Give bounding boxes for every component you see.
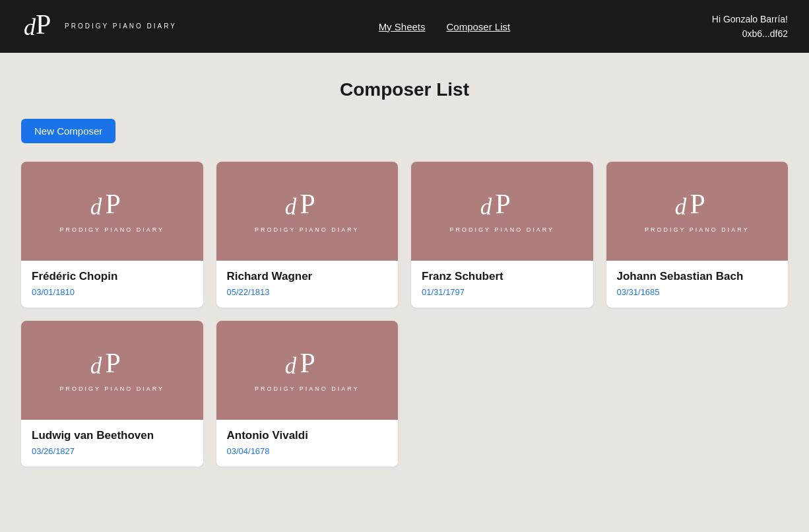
- card-info: Franz Schubert 01/31/1797: [411, 261, 593, 308]
- brand-name: PRODIGY PIANO DIARY: [65, 22, 177, 31]
- page-title: Composer List: [21, 79, 788, 100]
- composer-name: Ludwig van Beethoven: [32, 429, 193, 442]
- card-info: Richard Wagner 05/22/1813: [216, 261, 399, 308]
- card-image-label: PRODIGY PIANO DIARY: [449, 226, 554, 233]
- card-logo-icon: d P: [284, 349, 330, 382]
- card-image: d P PRODIGY PIANO DIARY: [411, 162, 593, 261]
- card-logo-icon: d P: [284, 189, 330, 222]
- svg-text:P: P: [105, 349, 120, 378]
- svg-text:P: P: [36, 9, 51, 40]
- composer-name: Franz Schubert: [422, 270, 583, 283]
- composer-card[interactable]: d P PRODIGY PIANO DIARY Franz Schubert 0…: [411, 162, 593, 308]
- card-image: d P PRODIGY PIANO DIARY: [606, 162, 789, 261]
- user-info: Hi Gonzalo Barría! 0xb6...df62: [712, 12, 788, 42]
- nav-composer-list[interactable]: Composer List: [447, 21, 511, 32]
- card-logo-icon: d P: [89, 349, 135, 382]
- svg-text:d: d: [675, 194, 687, 220]
- new-composer-button[interactable]: New Composer: [21, 119, 115, 143]
- user-wallet: 0xb6...df62: [712, 26, 788, 41]
- svg-text:P: P: [300, 349, 315, 378]
- card-image-label: PRODIGY PIANO DIARY: [645, 226, 750, 233]
- card-logo-icon: d P: [89, 189, 135, 222]
- svg-text:P: P: [495, 189, 510, 219]
- card-logo-icon: d P: [479, 189, 525, 222]
- card-image: d P PRODIGY PIANO DIARY: [21, 321, 203, 420]
- svg-text:P: P: [300, 189, 315, 219]
- card-info: Johann Sebastian Bach 03/31/1685: [606, 261, 789, 308]
- composer-date: 05/22/1813: [227, 287, 388, 297]
- user-greeting: Hi Gonzalo Barría!: [712, 12, 788, 26]
- svg-text:d: d: [90, 353, 102, 379]
- composer-name: Johann Sebastian Bach: [617, 270, 778, 283]
- svg-text:d: d: [24, 14, 36, 40]
- composer-name: Frédéric Chopin: [32, 270, 193, 283]
- nav-my-sheets[interactable]: My Sheets: [379, 21, 426, 32]
- composer-date: 01/31/1797: [422, 287, 583, 297]
- main-content: Composer List New Composer d P PRODIGY P…: [0, 53, 809, 493]
- composer-card[interactable]: d P PRODIGY PIANO DIARY Johann Sebastian…: [606, 162, 789, 308]
- composer-card[interactable]: d P PRODIGY PIANO DIARY Richard Wagner 0…: [216, 162, 399, 308]
- site-header: d P PRODIGY PIANO DIARY My Sheets Compos…: [0, 0, 809, 53]
- composer-card[interactable]: d P PRODIGY PIANO DIARY Antonio Vivaldi …: [216, 321, 399, 467]
- card-image-label: PRODIGY PIANO DIARY: [59, 226, 164, 233]
- card-info: Frédéric Chopin 03/01/1810: [21, 261, 203, 308]
- composer-grid: d P PRODIGY PIANO DIARY Frédéric Chopin …: [21, 162, 788, 467]
- card-info: Ludwig van Beethoven 03/26/1827: [21, 420, 203, 467]
- card-image: d P PRODIGY PIANO DIARY: [216, 321, 399, 420]
- logo-icon: d P: [21, 9, 57, 44]
- main-nav: My Sheets Composer List: [379, 21, 511, 32]
- composer-name: Antonio Vivaldi: [227, 429, 388, 442]
- composer-date: 03/31/1685: [617, 287, 778, 297]
- composer-date: 03/26/1827: [32, 446, 193, 456]
- card-image: d P PRODIGY PIANO DIARY: [21, 162, 203, 261]
- card-image-label: PRODIGY PIANO DIARY: [255, 385, 360, 392]
- svg-text:d: d: [90, 194, 102, 220]
- svg-text:P: P: [690, 189, 705, 219]
- card-image-label: PRODIGY PIANO DIARY: [59, 385, 164, 392]
- card-image-label: PRODIGY PIANO DIARY: [255, 226, 360, 233]
- logo-area: d P PRODIGY PIANO DIARY: [21, 9, 177, 44]
- card-logo-icon: d P: [674, 189, 720, 222]
- svg-text:d: d: [285, 353, 297, 379]
- svg-text:d: d: [480, 194, 492, 220]
- composer-date: 03/04/1678: [227, 446, 388, 456]
- svg-text:P: P: [105, 189, 120, 219]
- card-info: Antonio Vivaldi 03/04/1678: [216, 420, 399, 467]
- composer-date: 03/01/1810: [32, 287, 193, 297]
- svg-text:d: d: [285, 194, 297, 220]
- card-image: d P PRODIGY PIANO DIARY: [216, 162, 399, 261]
- composer-card[interactable]: d P PRODIGY PIANO DIARY Frédéric Chopin …: [21, 162, 203, 308]
- composer-name: Richard Wagner: [227, 270, 388, 283]
- composer-card[interactable]: d P PRODIGY PIANO DIARY Ludwig van Beeth…: [21, 321, 203, 467]
